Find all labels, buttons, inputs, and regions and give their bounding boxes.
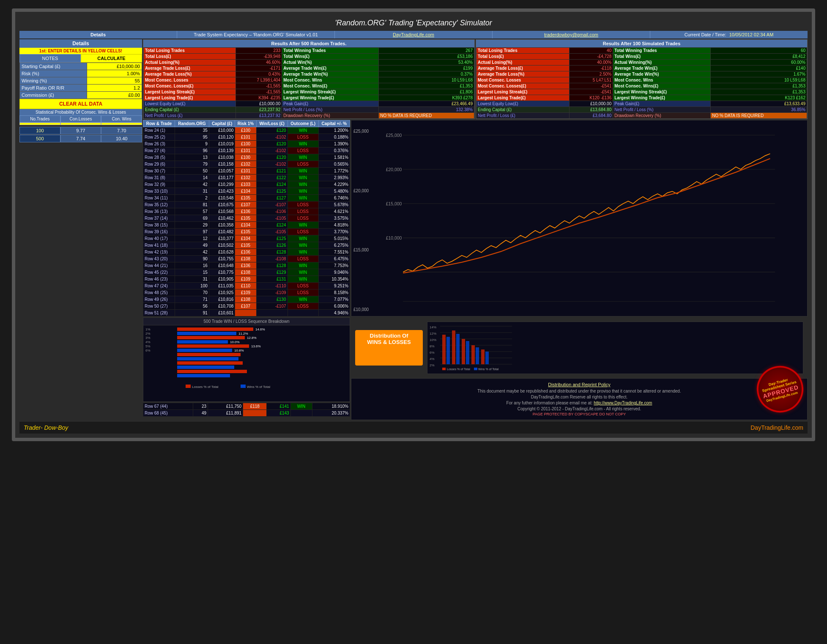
- cell-capital: £10,816: [209, 296, 235, 303]
- cell-winloss: £128: [256, 262, 288, 269]
- result-value: -£1,565: [236, 83, 282, 89]
- cell-capital: £10,120: [209, 134, 235, 141]
- policy-email-link[interactable]: http://www.DayTradingLife.com: [594, 401, 652, 405]
- cell-random: 95: [175, 134, 209, 141]
- table-row: Winning (%) 55: [20, 77, 142, 85]
- result-value: 0.43%: [236, 71, 282, 77]
- cell-row: Row 44 (21): [143, 262, 175, 269]
- cell-winloss: £125: [256, 235, 288, 242]
- svg-text:10.0%: 10.0%: [230, 340, 240, 344]
- table-row: Row 28 (5) 13 £10,038 £100 £120 WIN 1.58…: [143, 154, 350, 161]
- cell-capital: £11,035: [209, 283, 235, 289]
- cell-risk: £104: [235, 188, 256, 195]
- svg-rect-0: [383, 120, 775, 316]
- cell-pct: 6.275%: [318, 242, 350, 249]
- stat-input-losses[interactable]: [60, 123, 101, 125]
- stat-data-cell: 100: [19, 127, 60, 134]
- cell-random: 23: [193, 403, 208, 410]
- result-value: 233: [236, 48, 282, 54]
- table-row: Most Consec. Losses(£) -£1,565 Most Cons…: [144, 83, 474, 89]
- footer: Trader- Dow-Boy DayTradingLife.com: [19, 422, 808, 434]
- cell-outcome: LOSS: [288, 283, 318, 289]
- cell-row: Row 47 (24): [143, 283, 175, 289]
- trade-system-cell: Trade System Expectancy – 'Random.ORG' S…: [177, 31, 335, 38]
- stat-input-trades[interactable]: [19, 123, 60, 125]
- cell-pct: 9.046%: [318, 269, 350, 276]
- table-row: Row 40 (17) 12 £10,377 £104 £125 WIN 5.0…: [143, 235, 350, 242]
- result-label: Total Loss(£): [144, 54, 236, 60]
- cell-risk: £105: [235, 215, 256, 222]
- cell-winloss: -£107: [256, 202, 288, 208]
- clear-all-button[interactable]: CLEAR ALL DATA: [19, 99, 142, 109]
- result-value: 10 L59:L68: [379, 77, 474, 83]
- cell-pct: 1.390%: [318, 141, 350, 147]
- cell-random: 49: [193, 410, 208, 417]
- cell-risk: £103: [235, 181, 256, 188]
- cell-random: 42: [175, 249, 209, 256]
- stat-data-cell: 9.77: [60, 127, 101, 134]
- result-label: Total Wins(£): [282, 54, 379, 60]
- cell-random: 16: [175, 262, 209, 269]
- svg-text:11.2%: 11.2%: [238, 332, 248, 336]
- cell-capital: £10,675: [209, 202, 235, 208]
- field-value[interactable]: 55: [87, 77, 142, 85]
- svg-rect-18: [177, 353, 241, 356]
- bottom-section: 500 Trade WIN / LOSS Sequence Breakdown: [143, 317, 808, 420]
- cell-capital: £11,891: [208, 410, 243, 417]
- cell-outcome: WIN: [290, 403, 312, 410]
- table-row: Largest Losing Trade(£) K120 -£136 Large…: [476, 95, 807, 101]
- cell-outcome: WIN: [288, 235, 318, 242]
- result-label: Largest Winning Streak(£): [282, 89, 379, 95]
- calculate-button[interactable]: CALCULATE: [81, 54, 142, 63]
- result-label: Lowest Equity Low(£): [476, 101, 570, 107]
- website-cell: DayTradingLife.com: [335, 31, 493, 38]
- result-label: Largest Winning Trade(£): [613, 95, 711, 101]
- table-row: Row 41 (18) 49 £10,502 £105 £126 WIN 6.2…: [143, 242, 350, 249]
- result-label: Nett Profit / Loss (£): [144, 113, 236, 119]
- cell-capital: £10,601: [209, 310, 235, 317]
- cell-outcome: LOSS: [288, 303, 318, 310]
- col-header-random: Random.ORG: [175, 120, 209, 127]
- col-header-row-trade: Row & Trade: [143, 120, 175, 127]
- results-100-panel: Results After 100 Simulated Trades Total…: [476, 39, 808, 119]
- result-value: 46.60%: [236, 60, 282, 65]
- table-row: Largest Losing Trade(£) K394 -£235 Large…: [144, 95, 474, 101]
- result-value: -£118: [569, 65, 613, 71]
- svg-rect-58: [456, 334, 460, 364]
- svg-text:£10,000: £10,000: [386, 236, 402, 240]
- col-header-outcome: Outcome (L): [288, 120, 318, 127]
- notes-button[interactable]: NOTES: [19, 54, 81, 63]
- cell-outcome: WIN: [288, 175, 318, 181]
- cell-capital: £10,377: [209, 235, 235, 242]
- svg-text:13.6%: 13.6%: [251, 344, 261, 348]
- field-value[interactable]: 1.00%: [87, 70, 142, 77]
- cell-outcome: WIN: [288, 195, 318, 202]
- cell-risk: £102: [235, 161, 256, 168]
- svg-rect-59: [462, 339, 465, 364]
- svg-text:12%: 12%: [430, 332, 436, 336]
- cell-row: Row 31 (8): [143, 175, 175, 181]
- table-row: Risk (%) 1.00%: [20, 70, 142, 77]
- table-row: Row 37 (14) 69 £10,462 £105 -£105 LOSS 3…: [143, 215, 350, 222]
- result-value: £13,237.92: [236, 113, 282, 119]
- cell-outcome: LOSS: [288, 208, 318, 215]
- result-value: £8,412: [711, 54, 807, 60]
- field-value[interactable]: £10,000.00: [87, 63, 142, 70]
- result-label: Largest Losing Trade(£): [476, 95, 570, 101]
- svg-text:12.8%: 12.8%: [247, 336, 257, 340]
- cell-pct: 2.993%: [318, 175, 350, 181]
- stat-input-wins[interactable]: [101, 123, 142, 125]
- table-row: Row 30 (7) 50 £10,057 £101 £121 WIN 1.77…: [143, 168, 350, 175]
- cell-pct: 9.251%: [318, 283, 350, 289]
- table-row: Row 31 (8) 14 £10,177 £102 £122 WIN 2.99…: [143, 175, 350, 181]
- cell-row: Row 68 (45): [143, 410, 193, 417]
- field-value[interactable]: 1.2: [87, 85, 142, 92]
- svg-rect-17: [177, 349, 232, 352]
- field-value[interactable]: £0.00: [87, 92, 142, 99]
- cell-row: Row 39 (16): [143, 229, 175, 235]
- result-label: Largest Losing Streak(£): [476, 89, 570, 95]
- table-row: Row 35 (12) 81 £10,675 £107 -£107 LOSS 5…: [143, 202, 350, 208]
- result-label: Most Consec. Wins: [282, 77, 379, 83]
- cell-random: 69: [175, 215, 209, 222]
- svg-rect-13: [177, 332, 236, 335]
